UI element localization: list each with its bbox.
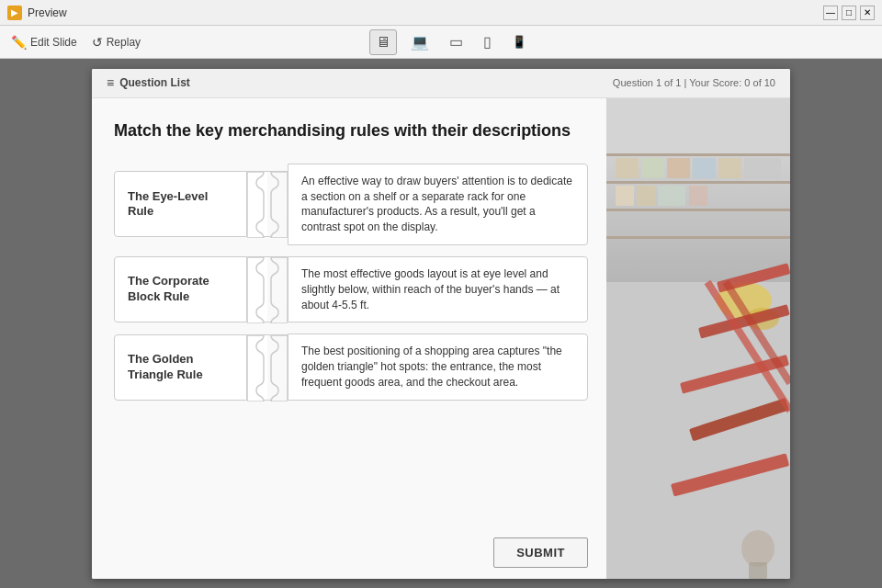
toolbar-left: ✏️ Edit Slide ↺ Replay <box>11 35 141 50</box>
toolbar: ✏️ Edit Slide ↺ Replay 🖥 💻 ▭ ▯ 📱 <box>0 26 882 59</box>
match-row-2: The Corporate Block Rule <box>114 256 588 322</box>
puzzle-svg-left-2 <box>247 257 267 323</box>
submit-area: SUBMIT <box>493 537 588 568</box>
term-card-3[interactable]: The Golden Triangle Rule <box>114 334 247 401</box>
store-visual <box>606 98 790 579</box>
puzzle-right-2 <box>267 256 288 322</box>
tablet-icon: ▯ <box>483 33 492 51</box>
puzzle-svg-left-1 <box>247 172 267 238</box>
titlebar-left: ▶ Preview <box>7 6 67 20</box>
list-icon: ≡ <box>107 75 114 90</box>
close-button[interactable]: ✕ <box>860 6 875 20</box>
replay-icon: ↺ <box>92 35 103 50</box>
phone-icon: 📱 <box>512 35 526 49</box>
puzzle-right-3 <box>267 334 288 401</box>
main-content: ≡ Question List Question 1 of 1 | Your S… <box>0 59 882 588</box>
replay-button[interactable]: ↺ Replay <box>92 35 141 50</box>
laptop-icon: 💻 <box>411 33 429 51</box>
app-title: Preview <box>28 6 67 19</box>
puzzle-svg-right-3 <box>267 335 288 401</box>
app-icon: ▶ <box>7 6 22 20</box>
term-card-1[interactable]: The Eye-Level Rule <box>114 171 247 237</box>
slide-window: ≡ Question List Question 1 of 1 | Your S… <box>92 69 790 579</box>
match-row-1: The Eye-Level Rule <box>114 164 588 245</box>
phone-device-button[interactable]: 📱 <box>505 30 533 53</box>
svg-rect-28 <box>606 98 790 579</box>
match-row-3: The Golden Triangle Rule <box>114 334 588 400</box>
question-title: Match the key merchandising rules with t… <box>114 120 588 141</box>
store-svg <box>606 98 790 579</box>
device-selector: 🖥 💻 ▭ ▯ 📱 <box>369 28 533 55</box>
tablet-device-button[interactable]: ▯ <box>477 28 498 55</box>
submit-button[interactable]: SUBMIT <box>493 537 588 568</box>
puzzle-left-3 <box>247 334 267 401</box>
tablet-landscape-icon: ▭ <box>449 33 463 51</box>
desktop-icon: 🖥 <box>376 34 390 51</box>
desktop-device-button[interactable]: 🖥 <box>369 29 397 55</box>
left-panel: Match the key merchandising rules with t… <box>92 98 606 579</box>
question-list-label[interactable]: ≡ Question List <box>107 75 190 90</box>
question-bar: ≡ Question List Question 1 of 1 | Your S… <box>92 69 790 98</box>
desc-card-3[interactable]: The best positioning of a shopping area … <box>288 334 588 400</box>
question-meta: Question 1 of 1 | Your Score: 0 of 10 <box>613 77 775 88</box>
minimize-button[interactable]: — <box>823 6 838 20</box>
slide-body: Match the key merchandising rules with t… <box>92 98 790 579</box>
puzzle-left-2 <box>247 256 267 322</box>
term-card-2[interactable]: The Corporate Block Rule <box>114 256 247 322</box>
puzzle-right-1 <box>267 171 288 237</box>
puzzle-svg-right-1 <box>267 172 288 238</box>
puzzle-svg-left-3 <box>247 335 267 401</box>
store-image-panel <box>606 98 790 579</box>
desc-card-1[interactable]: An effective way to draw buyers' attenti… <box>288 164 588 245</box>
pencil-icon: ✏️ <box>11 35 27 50</box>
puzzle-svg-right-2 <box>267 257 288 323</box>
tablet-landscape-device-button[interactable]: ▭ <box>443 28 469 55</box>
maximize-button[interactable]: □ <box>842 6 856 20</box>
puzzle-left-1 <box>247 171 267 237</box>
titlebar: ▶ Preview — □ ✕ <box>0 0 882 26</box>
laptop-device-button[interactable]: 💻 <box>404 28 435 55</box>
window-controls[interactable]: — □ ✕ <box>823 6 875 20</box>
match-items: The Eye-Level Rule <box>114 164 588 560</box>
desc-card-2[interactable]: The most effective goods layout is at ey… <box>288 256 588 322</box>
edit-slide-button[interactable]: ✏️ Edit Slide <box>11 35 77 50</box>
